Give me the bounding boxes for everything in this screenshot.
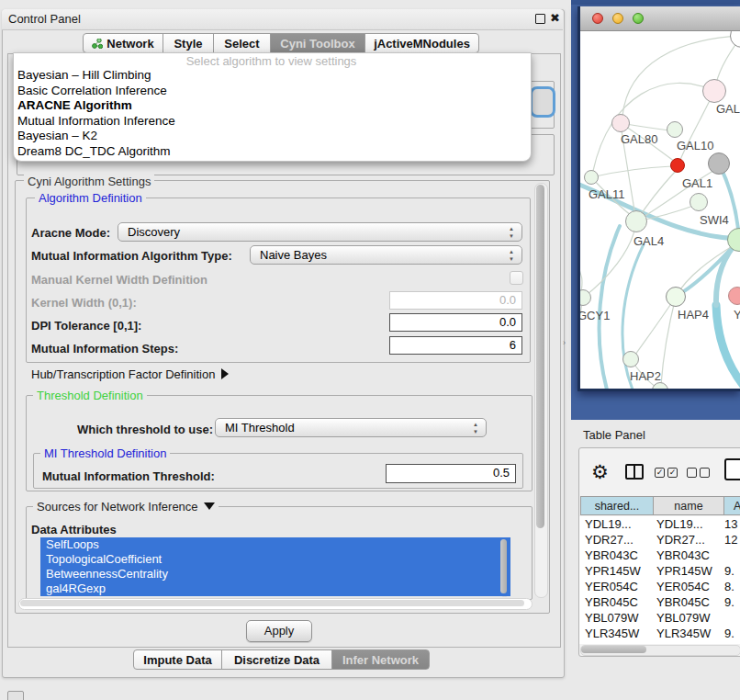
tab-select[interactable]: Select (213, 33, 271, 53)
table-cell: YPR145W (585, 564, 641, 578)
dropdown-item[interactable]: ARACNE Algorithm (15, 98, 527, 114)
zoom-traffic-light[interactable] (633, 13, 644, 24)
splitpane-toggle-icon[interactable]: › (563, 338, 566, 347)
network-window-titlebar[interactable] (577, 6, 740, 31)
table-cell: YBR043C (585, 548, 638, 562)
network-node-gal11[interactable] (584, 170, 599, 185)
table-row[interactable]: YBR045CYBR045C9. (579, 594, 740, 610)
mi-threshold-title: MI Threshold Definition (40, 446, 170, 460)
dpi-tolerance-field[interactable]: 0.0 (389, 313, 522, 332)
settings-hscrollbar-thumb[interactable] (20, 600, 524, 606)
window-bottom-border (577, 389, 740, 391)
table-row[interactable]: YDR27...YDR27...12 (579, 532, 740, 548)
network-node-gal10[interactable] (667, 121, 683, 138)
tab-cyni-toolbox[interactable]: Cyni Toolbox (270, 33, 365, 53)
attr-list-scrollbar-thumb[interactable] (500, 539, 507, 593)
node-label: HAP2 (630, 369, 661, 383)
network-node-gal4[interactable] (625, 210, 647, 232)
tab-infer-network[interactable]: Infer Network (331, 649, 430, 670)
network-node-gal1[interactable] (670, 158, 685, 173)
dropdown-item-list: Bayesian – Hill ClimbingBasic Correlatio… (15, 68, 527, 159)
mi-type-combo[interactable]: Naive Bayes ▲▼ (250, 245, 522, 265)
dropdown-item[interactable]: Bayesian – Hill Climbing (15, 68, 527, 84)
attribute-list-item[interactable]: SelfLoops (40, 537, 510, 552)
kernel-width-field[interactable]: 0.0 (389, 291, 522, 310)
table-row[interactable]: YLR345WYLR345W9. (579, 626, 740, 641)
control-panel-titlebar[interactable] (2, 9, 563, 30)
network-canvas[interactable]: GALGAL80GAL10GAL1GAL11SWI4GAL4GCY1HAP4YH… (577, 31, 740, 389)
tab-discretize-data[interactable]: Discretize Data (221, 649, 332, 670)
expand-right-icon (221, 368, 229, 379)
hub-definition-header[interactable]: Hub/Transcription Factor Definition (31, 367, 229, 381)
tab-style[interactable]: Style (163, 33, 214, 53)
table-cell: YBL079W (585, 611, 639, 625)
node-label: HAP4 (678, 308, 709, 322)
table-cell: YLR345W (585, 627, 639, 640)
column-header-name[interactable]: name (653, 496, 724, 515)
table-cell: YBR045C (585, 595, 638, 609)
network-node-gal[interactable] (702, 79, 726, 103)
network-node[interactable] (708, 152, 730, 175)
data-attributes-label: Data Attributes (31, 523, 117, 536)
dropdown-item[interactable]: Mutual Information Inference (15, 114, 527, 130)
dropdown-item[interactable]: Bayesian – K2 (15, 129, 527, 144)
table-row[interactable]: YIL052CYIL052C9 (579, 641, 740, 644)
table-hscrollbar-thumb[interactable] (581, 646, 646, 653)
gear-icon[interactable]: ⚙ (591, 461, 609, 483)
dropdown-item[interactable]: Dream8 DC_TDC Algorithm (15, 144, 527, 160)
node-label: GAL4 (633, 234, 664, 248)
sources-header[interactable]: Sources for Network Inference (33, 500, 219, 514)
table-cell: YDL19... (585, 517, 632, 531)
checked-columns-icon[interactable]: ✓✓ (655, 468, 680, 484)
close-traffic-light[interactable] (592, 13, 603, 24)
unchecked-columns-icon[interactable] (687, 468, 712, 484)
settings-scrollbar-thumb[interactable] (536, 185, 544, 528)
mi-threshold-field[interactable]: 0.5 (386, 464, 516, 483)
float-panel-icon[interactable] (535, 14, 545, 24)
table-row[interactable]: YBL079WYBL079W (579, 610, 740, 626)
which-threshold-combo[interactable]: MI Threshold ▲▼ (215, 418, 487, 437)
apply-button[interactable]: Apply (246, 620, 312, 642)
attribute-list-item[interactable]: TopologicalCoefficient (40, 552, 510, 567)
table-cell: 9. (724, 595, 734, 609)
network-node-y[interactable] (728, 287, 740, 305)
network-node-hap4[interactable] (666, 287, 686, 307)
network-node-gal80[interactable] (611, 114, 630, 132)
node-table[interactable]: YDL19...YDL19...13YDR27...YDR27...12YBR0… (579, 516, 740, 644)
table-cell: YIL052C (585, 642, 632, 644)
dropdown-placeholder: Select algorithm to view settings (13, 54, 530, 68)
column-header-partial[interactable]: A (723, 496, 740, 515)
close-icon[interactable]: ✖ (550, 11, 560, 25)
aracne-mode-combo[interactable]: Discovery ▲▼ (118, 222, 522, 242)
manual-kernel-checkbox[interactable] (510, 271, 523, 285)
attribute-list-item[interactable]: BetweennessCentrality (40, 567, 510, 581)
dropdown-item[interactable]: Basic Correlation Inference (15, 84, 527, 99)
minimize-traffic-light[interactable] (612, 13, 623, 24)
node-label: SWI4 (700, 213, 729, 227)
table-cell: YPR145W (656, 564, 712, 578)
table-row[interactable]: YDL19...YDL19...13 (579, 516, 740, 532)
tab-jactivemnodules[interactable]: jActiveMNodules (364, 33, 479, 53)
table-row[interactable]: YBR043CYBR043C (579, 548, 740, 563)
attribute-list-item[interactable]: gal4RGexp (40, 581, 510, 596)
window-left-border (577, 6, 580, 391)
table-cell: YER054C (656, 580, 710, 593)
screen: { "control_panel": { "title": "Control P… (0, 0, 740, 700)
network-node-hap2[interactable] (622, 351, 639, 367)
document-icon[interactable] (724, 458, 740, 480)
table-cell: YLR345W (656, 627, 711, 640)
network-node-swi4[interactable] (690, 193, 708, 211)
panel-title: Control Panel (8, 12, 81, 26)
table-cell: YBL079W (656, 611, 711, 625)
tab-network[interactable]: Network (83, 33, 163, 53)
mi-steps-field[interactable]: 6 (389, 336, 522, 355)
column-header-shared[interactable]: shared... (580, 496, 654, 515)
tab-impute-data[interactable]: Impute Data (133, 649, 222, 670)
table-row[interactable]: YPR145WYPR145W9. (579, 563, 740, 579)
collapsed-panel-icon[interactable] (7, 691, 24, 700)
table-cell: YBR043C (656, 548, 710, 562)
columns-icon[interactable] (625, 464, 644, 480)
table-cell: 8. (724, 580, 734, 593)
node-label: GAL1 (682, 176, 712, 190)
table-row[interactable]: YER054CYER054C8. (579, 579, 740, 594)
